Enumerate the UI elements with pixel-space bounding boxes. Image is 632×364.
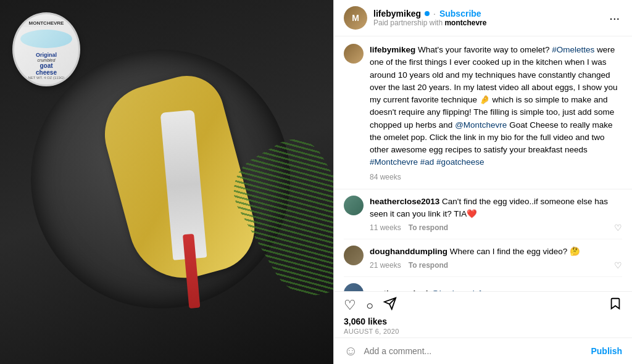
comment-avatar [344,196,364,215]
cheese-desc1: crumbled [38,58,56,62]
comment-heart-icon[interactable]: ♡ [614,223,622,233]
post-date: August 6, 2020 [344,328,622,335]
comment-body: heatherclose2013 Can't find the egg vide… [370,196,622,233]
comment-input-row: ☺ Publish [334,337,632,364]
caption-avatar [344,44,364,64]
likes-count: 3,060 likes [344,316,622,326]
comment-item: eastbayrashad @kevin_uglyface 〜 [344,277,622,291]
partnership-brand[interactable]: montchevre [444,19,486,27]
more-options-button[interactable]: ··· [607,11,622,25]
cheese-weight: NET WT. 4 OZ (113G) [28,76,64,80]
comment-text: heatherclose2013 Can't find the egg vide… [370,196,622,221]
comment-body: doughanddumpling Where can I find the eg… [370,246,622,270]
caption-section: lifebymikeg What's your favorite way to … [334,36,632,189]
caption-username[interactable]: lifebymikeg [370,45,415,54]
header-username[interactable]: lifebymikeg [373,9,421,19]
share-button[interactable] [383,297,397,314]
bookmark-button[interactable] [609,297,622,314]
caption-body: What's your favorite way to omelet? #Ome… [370,45,617,167]
comment-text: doughanddumpling Where can I find the eg… [370,246,622,258]
publish-button[interactable]: Publish [591,346,622,356]
cheese-desc2a: goat [40,62,52,69]
comment-respond[interactable]: To respond [409,223,448,232]
verified-badge [425,11,430,16]
post-detail-panel: M lifebymikeg · Subscribe Paid partnersh… [333,0,632,364]
comment-avatar [344,283,364,291]
comment-button[interactable]: ○ [366,299,373,313]
comment-username[interactable]: heatherclose2013 [370,197,439,206]
comment-respond[interactable]: To respond [409,261,448,270]
cheese-desc2b: cheese [36,69,57,76]
comment-username[interactable]: doughanddumpling [370,247,447,256]
like-button[interactable]: ♡ [344,297,356,313]
post-header: M lifebymikeg · Subscribe Paid partnersh… [334,0,632,36]
dot-separator: · [433,9,436,19]
caption-text: lifebymikeg What's your favorite way to … [370,44,622,169]
actions-bar: ♡ ○ 3,060 likes August 6, 2020 [334,291,632,337]
comment-item: heatherclose2013 Can't find the egg vide… [344,189,622,240]
comment-time: 21 weeks [370,261,401,270]
comment-more-icon[interactable]: 〜 [611,286,622,291]
comment-content: Where can I find the egg video? 🤔 [450,247,580,256]
cheese-container: MONTCHEVRE Original crumbled goat cheese… [12,12,80,86]
partnership-prefix: Paid partnership with [373,19,443,27]
comment-time: 11 weeks [370,223,401,232]
emoji-button[interactable]: ☺ [344,343,357,359]
comment-input[interactable] [364,346,584,356]
caption-time: 84 weeks [370,173,622,181]
subscribe-button[interactable]: Subscribe [439,9,481,19]
post-image: MONTCHEVRE Original crumbled goat cheese… [0,0,333,364]
comments-section: heatherclose2013 Can't find the egg vide… [334,189,632,292]
author-avatar: M [344,6,367,30]
comment-item: doughanddumpling Where can I find the eg… [344,239,622,277]
cheese-type: Original [36,52,57,58]
comment-heart-icon[interactable]: ♡ [614,260,622,270]
header-user-info: lifebymikeg · Subscribe Paid partnership… [373,9,601,27]
comment-avatar [344,246,364,265]
partnership-text: Paid partnership with montchevre [373,19,601,27]
